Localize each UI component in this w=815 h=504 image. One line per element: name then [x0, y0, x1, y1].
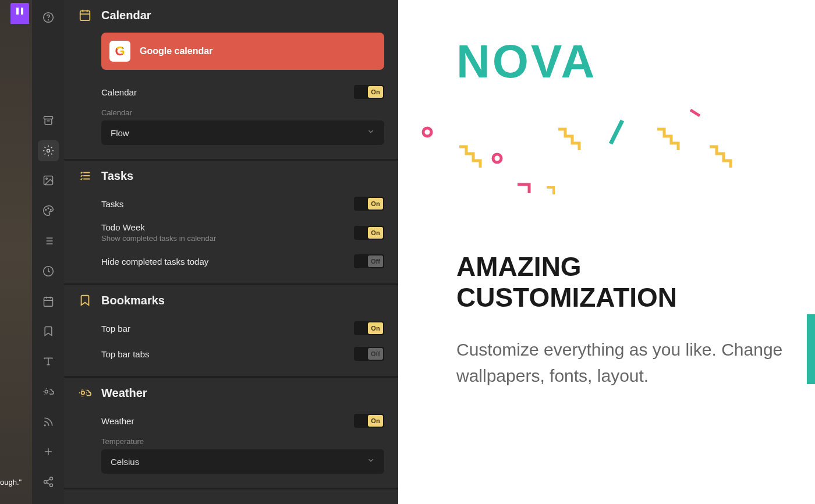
sidebar-list[interactable]	[38, 230, 59, 251]
section-title: Bookmarks	[101, 294, 165, 307]
setting-label: Hide completed tasks today	[101, 257, 354, 267]
svg-point-12	[44, 425, 45, 426]
toggle-knob: On	[368, 322, 383, 334]
confetti-circle-icon	[421, 126, 433, 138]
promo-heading-line1: AMAZING	[456, 251, 792, 282]
svg-point-5	[45, 178, 47, 180]
setting-label: Tasks	[101, 199, 354, 209]
confetti-zigzag-icon	[654, 123, 689, 152]
setting-row-tasks: Tasks On	[101, 191, 384, 216]
twitch-logo-icon	[10, 3, 29, 24]
clock-icon	[42, 265, 54, 277]
sidebar-add[interactable]	[38, 441, 59, 462]
sidebar-help[interactable]	[38, 7, 59, 28]
svg-point-19	[493, 154, 501, 162]
toggle-todo-week[interactable]: On	[354, 226, 384, 240]
toggle-weather[interactable]: On	[354, 414, 384, 428]
promo-heading-line2: CUSTOMIZATION	[456, 282, 792, 313]
section-header-tasks: Tasks	[64, 161, 398, 191]
tasks-section-icon	[78, 169, 92, 183]
list-icon	[42, 235, 54, 247]
confetti-bracket-icon	[544, 184, 555, 196]
promo-body-text: Customize everything as you like. Change…	[456, 336, 792, 389]
toggle-topbar[interactable]: On	[354, 321, 384, 335]
sidebar-image[interactable]	[38, 171, 59, 191]
toggle-tasks[interactable]: On	[354, 197, 384, 211]
svg-rect-2	[44, 116, 52, 119]
svg-point-1	[48, 20, 48, 20]
toggle-knob: On	[368, 227, 383, 239]
svg-point-18	[423, 128, 431, 136]
setting-label: Top bar	[101, 324, 354, 333]
bookmark-icon	[42, 325, 54, 337]
confetti-circle-icon	[491, 152, 503, 164]
section-weather: Weather Weather On Temperature Celsius	[64, 378, 398, 489]
chevron-down-icon	[367, 456, 375, 467]
weather-section-icon	[78, 386, 92, 400]
confetti-bracket-icon	[515, 182, 532, 196]
sidebar-share[interactable]	[38, 471, 59, 492]
promo-heading: AMAZING CUSTOMIZATION	[456, 251, 792, 313]
setting-row-weather: Weather On	[101, 408, 384, 434]
dropdown-temperature[interactable]: Celsius	[101, 449, 384, 474]
toggle-knob: On	[368, 198, 383, 210]
google-card-label: Google calendar	[140, 46, 212, 56]
confetti-zigzag-icon	[456, 141, 491, 170]
sidebar-bookmark[interactable]	[38, 321, 59, 342]
svg-rect-16	[80, 11, 90, 20]
setting-label: Top bar tabs	[101, 349, 354, 359]
setting-sublabel: Show completed tasks in calendar	[101, 234, 354, 243]
sidebar-clock[interactable]	[38, 261, 59, 282]
toggle-knob: Off	[368, 348, 383, 360]
sidebar-settings[interactable]	[38, 140, 59, 161]
section-bookmarks: Bookmarks Top bar On Top bar tabs Off	[64, 285, 398, 378]
sidebar-calendar[interactable]	[38, 291, 59, 312]
background-wallpaper: ough."	[0, 0, 32, 504]
brand-title: NOVA	[456, 35, 792, 88]
svg-point-13	[49, 477, 52, 480]
section-title: Weather	[101, 386, 147, 400]
setting-label: Todo Week	[101, 222, 354, 232]
svg-point-7	[48, 208, 49, 209]
sidebar-rss[interactable]	[38, 411, 59, 432]
section-tasks: Tasks Tasks On Todo Week Show completed …	[64, 161, 398, 285]
accent-bar	[807, 314, 815, 384]
setting-row-topbar: Top bar On	[101, 315, 384, 341]
confetti-decoration	[456, 123, 792, 228]
background-quote-text: ough."	[0, 478, 22, 487]
dropdown-calendar-view[interactable]: Flow	[101, 120, 384, 145]
sidebar-palette[interactable]	[38, 200, 59, 221]
dropdown-value: Celsius	[111, 457, 139, 467]
svg-point-17	[82, 391, 85, 395]
calendar-icon	[42, 296, 54, 307]
toggle-hide-completed[interactable]: Off	[354, 254, 384, 268]
toggle-topbar-tabs[interactable]: Off	[354, 347, 384, 361]
setting-row-calendar: Calendar On	[101, 79, 384, 105]
setting-label: Calendar	[101, 87, 354, 97]
bookmark-section-icon	[78, 293, 92, 307]
text-icon	[42, 356, 54, 367]
google-calendar-card[interactable]: G Google calendar	[101, 33, 384, 70]
toggle-calendar[interactable]: On	[354, 85, 384, 99]
toggle-knob: On	[368, 86, 383, 98]
image-icon	[42, 175, 54, 186]
setting-row-topbar-tabs: Top bar tabs Off	[101, 341, 384, 367]
confetti-slash-icon	[605, 118, 628, 147]
settings-panel: Calendar G Google calendar Calendar On C…	[64, 0, 398, 504]
sidebar-text[interactable]	[38, 351, 59, 372]
confetti-zigzag-icon	[707, 141, 742, 170]
dropdown-label: Temperature	[101, 437, 384, 446]
svg-point-6	[45, 210, 47, 211]
sidebar-nav	[32, 0, 64, 504]
setting-label: Weather	[101, 416, 354, 426]
section-header-weather: Weather	[64, 378, 398, 408]
sidebar-weather[interactable]	[38, 381, 59, 402]
sidebar-archive[interactable]	[38, 110, 59, 131]
svg-point-15	[49, 484, 52, 487]
svg-point-14	[44, 481, 47, 484]
svg-rect-10	[44, 297, 52, 306]
chevron-down-icon	[367, 127, 375, 138]
google-icon: G	[109, 41, 130, 62]
plus-icon	[42, 446, 54, 457]
help-icon	[42, 12, 54, 23]
